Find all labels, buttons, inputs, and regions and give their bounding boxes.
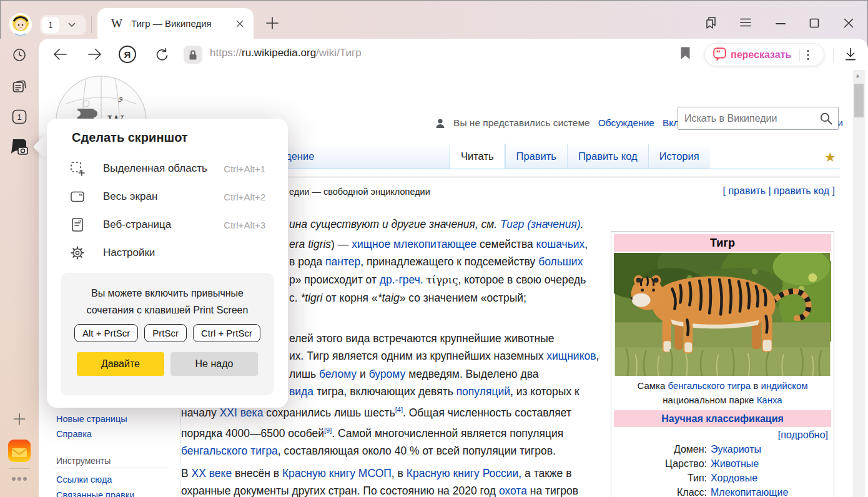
screen-icon bbox=[69, 189, 86, 205]
side-panels-button[interactable] bbox=[704, 16, 718, 30]
taxobox: Тигр bbox=[611, 231, 834, 497]
profile-avatar[interactable] bbox=[9, 13, 32, 36]
selection-area-icon bbox=[69, 160, 86, 177]
site-tagline: едии — свободной энциклопедии bbox=[289, 187, 430, 197]
url-host: ru.wikipedia.org bbox=[242, 47, 316, 59]
tools-link-whatlinkshere[interactable]: Ссылки сюда bbox=[56, 475, 112, 485]
bookmark-button[interactable] bbox=[681, 47, 690, 60]
notes-icon bbox=[11, 78, 27, 94]
tabs-panel-button[interactable]: 1 bbox=[11, 109, 27, 125]
panels-icon bbox=[704, 16, 718, 30]
sidebar-more-button[interactable] bbox=[11, 476, 28, 482]
close-window-button[interactable] bbox=[844, 18, 854, 28]
taxo-value[interactable]: Хордовые bbox=[711, 471, 757, 485]
scroll-up-arrow[interactable]: ▲ bbox=[855, 72, 861, 79]
anon-notice: Вы не представились системе bbox=[453, 117, 590, 129]
kebab-menu-icon[interactable] bbox=[807, 49, 809, 61]
search-input[interactable] bbox=[678, 113, 819, 124]
tools-link-relatedchanges[interactable]: Связанные правки bbox=[56, 490, 134, 497]
menu-item-selected-area[interactable]: Выделенная область Ctrl+Alt+1 bbox=[69, 157, 265, 180]
yandex-logo-button[interactable]: Я bbox=[119, 46, 136, 63]
screenshot-camera-icon bbox=[10, 137, 29, 156]
site-security-badge[interactable] bbox=[184, 46, 202, 64]
section-edit-links[interactable]: [ править | править код ] bbox=[723, 185, 835, 197]
chip-alt-prtscr: Alt + PrtScr bbox=[74, 324, 138, 342]
menu-item-full-screen[interactable]: Весь экран Ctrl+Alt+2 bbox=[69, 185, 265, 208]
tab-count-icon: 1 bbox=[11, 109, 27, 125]
quote-bubble-icon: “ bbox=[713, 47, 726, 62]
browser-window: 1 W Тигр — Википедия bbox=[0, 0, 868, 497]
minimize-icon bbox=[776, 22, 786, 25]
menu-item-web-page[interactable]: Веб-страница Ctrl+Alt+3 bbox=[69, 214, 265, 236]
scrollbar-thumb[interactable] bbox=[854, 84, 864, 117]
forward-arrow-icon bbox=[87, 47, 102, 61]
close-tab-icon[interactable] bbox=[236, 20, 244, 27]
hint-line-1: Вы можете включить привычные bbox=[61, 285, 274, 302]
maximize-button[interactable] bbox=[809, 18, 819, 28]
nav-link-help[interactable]: Справка bbox=[56, 429, 92, 439]
pill-divider bbox=[799, 49, 800, 61]
topbar-separator bbox=[91, 16, 92, 33]
tab-edit-source[interactable]: Править код bbox=[567, 144, 648, 169]
tab-counter-number: 1 bbox=[42, 17, 59, 33]
new-tab-button[interactable] bbox=[265, 16, 279, 30]
minimize-button[interactable] bbox=[776, 22, 786, 25]
yandex-mail-button[interactable] bbox=[8, 440, 31, 462]
page-scrollbar[interactable] bbox=[853, 70, 865, 497]
ellipsis-icon bbox=[11, 476, 28, 482]
taxo-label: Домен: bbox=[613, 442, 707, 456]
tools-divider bbox=[55, 468, 169, 468]
plus-icon bbox=[12, 412, 26, 426]
taxo-row-class: Класс: Млекопитающие bbox=[613, 485, 832, 497]
menu-item-shortcut: Ctrl+Alt+1 bbox=[224, 164, 265, 174]
popup-title: Сделать скриншот bbox=[72, 130, 188, 145]
screenshot-tool-button[interactable] bbox=[10, 137, 29, 156]
downloads-button[interactable] bbox=[844, 47, 857, 61]
retell-pill[interactable]: “ пересказать bbox=[704, 43, 824, 66]
notes-button[interactable] bbox=[11, 78, 27, 94]
history-button[interactable] bbox=[12, 47, 27, 62]
search-icon[interactable] bbox=[819, 112, 833, 125]
taxo-value[interactable]: Млекопитающие bbox=[711, 485, 788, 497]
tab-counter[interactable]: 1 bbox=[40, 15, 86, 35]
clock-icon bbox=[12, 47, 27, 62]
taxo-value[interactable]: Животные bbox=[711, 456, 759, 471]
classification-details-link[interactable]: [подробно] bbox=[613, 427, 832, 442]
tab-history[interactable]: История bbox=[648, 144, 710, 169]
wiki-search[interactable] bbox=[678, 107, 839, 130]
add-panel-button[interactable] bbox=[12, 412, 26, 426]
menu-item-shortcut: Ctrl+Alt+3 bbox=[224, 220, 265, 230]
webpage-icon bbox=[69, 217, 86, 233]
nav-link-newpages[interactable]: Новые страницы bbox=[56, 414, 127, 424]
download-icon bbox=[844, 47, 857, 61]
personal-link-talk[interactable]: Обсуждение bbox=[598, 117, 654, 129]
address-bar[interactable]: https://ru.wikipedia.org/wiki/Тигр bbox=[210, 47, 362, 59]
maximize-icon bbox=[809, 18, 819, 28]
taxo-row-kingdom: Царство: Животные bbox=[613, 456, 832, 471]
forward-button[interactable] bbox=[87, 47, 102, 61]
printscreen-hint-card: Вы можете включить привычные сочетания с… bbox=[61, 273, 274, 395]
accept-button[interactable]: Давайте bbox=[77, 352, 164, 376]
decline-button[interactable]: Не надо bbox=[170, 352, 258, 376]
gear-icon bbox=[69, 245, 86, 261]
back-button[interactable] bbox=[52, 47, 67, 61]
tab-edit[interactable]: Править bbox=[505, 144, 567, 169]
tab-read[interactable]: Читать bbox=[450, 144, 505, 169]
mail-icon bbox=[8, 440, 31, 462]
svg-text:“: “ bbox=[716, 47, 721, 58]
taxo-value[interactable]: Эукариоты bbox=[711, 442, 761, 456]
svg-text:1: 1 bbox=[17, 112, 21, 122]
hint-line-2: сочетания с клавишей Print Screen bbox=[61, 302, 274, 318]
tiger-photo[interactable] bbox=[614, 253, 831, 376]
browser-menu-button[interactable] bbox=[740, 18, 751, 27]
featured-article-star[interactable]: ★ bbox=[824, 150, 836, 165]
browser-tab[interactable]: W Тигр — Википедия bbox=[97, 8, 254, 39]
menu-item-settings[interactable]: Настройки bbox=[69, 242, 265, 264]
taxo-row-domain: Домен: Эукариоты bbox=[613, 442, 832, 456]
wikipedia-favicon: W bbox=[111, 17, 122, 31]
hamburger-menu-icon bbox=[740, 18, 751, 27]
reload-button[interactable] bbox=[155, 47, 170, 62]
avatar-girl-icon bbox=[9, 13, 32, 36]
classification-header[interactable]: Научная классификация bbox=[614, 410, 831, 427]
url-protocol: https:// bbox=[210, 47, 242, 59]
